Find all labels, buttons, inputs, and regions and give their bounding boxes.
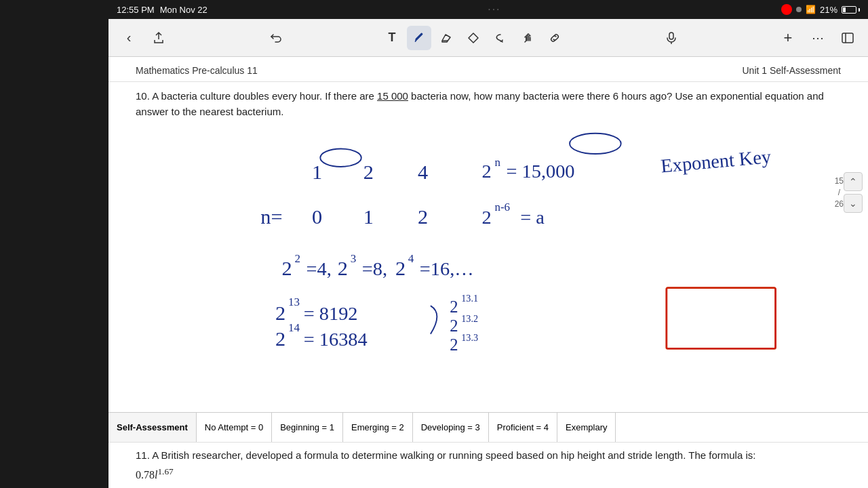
sa-proficient[interactable]: Proficient = 4 [489, 413, 557, 442]
svg-text:3: 3 [351, 252, 357, 265]
battery-fill [843, 7, 846, 12]
svg-text:2: 2 [482, 161, 492, 182]
problem-10-text: 10. A bacteria culture doubles every hou… [136, 89, 841, 119]
unit-title: Unit 1 Self-Assessment [743, 65, 842, 76]
svg-text:=16,…: =16,… [420, 258, 474, 279]
svg-text:= 15,000: = 15,000 [506, 161, 574, 182]
svg-text:2: 2 [282, 257, 292, 280]
svg-text:14: 14 [288, 321, 300, 334]
mic-button[interactable] [659, 26, 684, 50]
document-area: Mathematics Pre-calculus 11 Unit 1 Self-… [108, 57, 868, 412]
hand-tool-button[interactable] [515, 26, 540, 50]
svg-text:4: 4 [408, 252, 414, 265]
text-tool-button[interactable]: T [380, 26, 404, 50]
wifi-icon: 📶 [806, 5, 816, 14]
shape-eraser-button[interactable] [461, 26, 486, 50]
svg-text:2: 2 [294, 252, 300, 265]
self-assessment-label: Self-Assessment [108, 413, 197, 442]
battery-icon [842, 6, 860, 14]
back-button[interactable]: ‹ [117, 26, 141, 50]
dot-icon [796, 7, 802, 12]
share-button[interactable] [146, 26, 171, 50]
time: 12:55 PM [117, 5, 155, 15]
toolbar: ‹ T [108, 19, 868, 57]
battery-percent: 21% [820, 5, 837, 15]
scroll-down-button[interactable]: ⌄ [844, 194, 863, 213]
svg-text:= 8192: = 8192 [304, 303, 358, 324]
svg-text:n-6: n-6 [494, 201, 510, 214]
three-dots: ··· [488, 3, 500, 16]
svg-text:1: 1 [363, 205, 374, 228]
math-content: 10. A bacteria culture doubles every hou… [108, 82, 868, 412]
svg-rect-3 [842, 33, 853, 43]
status-bar: 12:55 PM Mon Nov 22 ··· 📶 21% [108, 0, 868, 19]
svg-text:2: 2 [450, 317, 458, 335]
svg-text:2: 2 [450, 336, 458, 354]
self-assessment-bar: Self-Assessment No Attempt = 0 Beginning… [108, 412, 868, 442]
toolbar-center: T [380, 26, 567, 50]
rope-tool-button[interactable] [542, 26, 567, 50]
sa-exemplary[interactable]: Exemplary [557, 413, 616, 442]
handwriting-svg: Exponent Key 1 2 4 2 n = 15,000 n= 0 1 2… [136, 126, 841, 412]
svg-text:=8,: =8, [362, 258, 387, 279]
current-page: 15 [835, 176, 844, 187]
main-content: Mathematics Pre-calculus 11 Unit 1 Self-… [108, 57, 868, 488]
svg-text:n: n [494, 156, 500, 169]
doc-header: Mathematics Pre-calculus 11 Unit 1 Self-… [108, 57, 868, 82]
subject-title: Mathematics Pre-calculus 11 [136, 65, 258, 76]
svg-point-40 [570, 134, 621, 154]
undo-button[interactable] [263, 26, 288, 50]
svg-text:2: 2 [395, 257, 406, 280]
svg-text:n=: n= [260, 205, 282, 228]
page-numbers: 15 / 26 [835, 173, 844, 212]
svg-text:=4,: =4, [306, 258, 331, 279]
sa-developing[interactable]: Developing = 3 [413, 413, 489, 442]
status-right: 📶 21% [781, 4, 860, 15]
svg-text:4: 4 [418, 161, 428, 184]
sa-emerging[interactable]: Emerging = 2 [343, 413, 413, 442]
svg-text:1: 1 [312, 161, 322, 184]
record-icon [781, 4, 792, 15]
svg-point-41 [320, 148, 361, 166]
svg-text:2: 2 [482, 207, 492, 228]
battery-tip [859, 8, 860, 12]
scroll-buttons: ⌃ 15 / 26 ⌄ [841, 169, 865, 216]
svg-text:13: 13 [288, 296, 300, 308]
svg-text:Exponent Key: Exponent Key [660, 146, 772, 176]
formula-preview: 0.78l1.67 [136, 466, 841, 481]
pen-tool-button[interactable] [407, 26, 431, 50]
scroll-up-button[interactable]: ⌃ [844, 172, 863, 191]
battery-body [842, 6, 856, 14]
lasso-tool-button[interactable] [488, 26, 513, 50]
sa-beginning[interactable]: Beginning = 1 [272, 413, 343, 442]
svg-rect-42 [667, 288, 776, 349]
sa-no-attempt[interactable]: No Attempt = 0 [197, 413, 272, 442]
svg-text:= a: = a [520, 207, 545, 228]
svg-rect-1 [669, 33, 673, 39]
add-button[interactable]: + [776, 26, 800, 50]
eraser-tool-button[interactable] [434, 26, 458, 50]
page-divider: / [835, 187, 844, 199]
bottom-content: 11. A British researcher, developed a fo… [108, 442, 868, 488]
status-left: 12:55 PM Mon Nov 22 [117, 5, 208, 15]
svg-text:2: 2 [338, 257, 348, 280]
svg-text:2: 2 [275, 327, 285, 350]
svg-text:2: 2 [450, 298, 458, 316]
sidebar-toggle-button[interactable] [835, 26, 860, 50]
more-button[interactable]: ⋯ [806, 26, 830, 50]
date: Mon Nov 22 [160, 5, 208, 15]
svg-text:13.2: 13.2 [461, 313, 478, 324]
svg-text:2: 2 [418, 205, 428, 228]
problem-11-text: 11. A British researcher, developed a fo… [136, 449, 841, 461]
svg-text:2: 2 [275, 302, 285, 325]
total-pages: 26 [835, 198, 844, 209]
svg-text:13.3: 13.3 [461, 332, 478, 343]
svg-text:0: 0 [312, 205, 322, 228]
svg-text:= 16384: = 16384 [304, 329, 368, 350]
left-sidebar [0, 0, 108, 488]
svg-text:2: 2 [363, 161, 374, 184]
svg-text:13.1: 13.1 [461, 293, 478, 304]
